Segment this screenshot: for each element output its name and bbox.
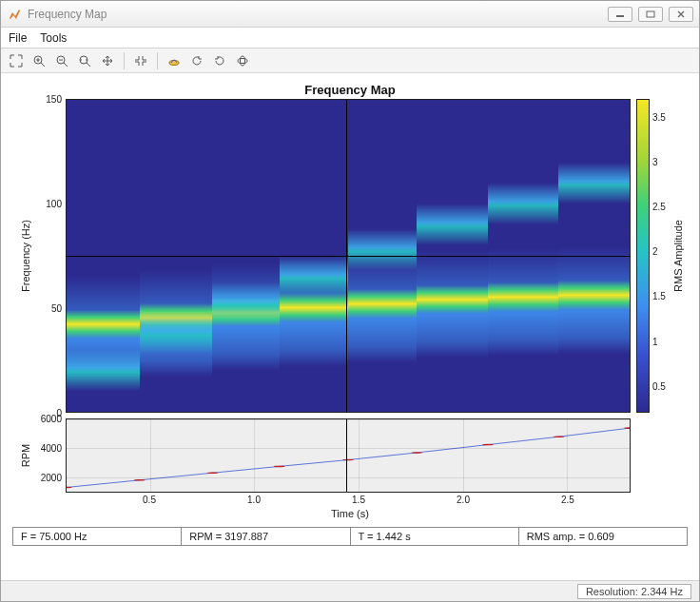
rotate3d-icon[interactable]	[233, 51, 252, 70]
svg-point-13	[411, 452, 422, 454]
colorbar-column: 0.511.522.533.5 RMS Amplitude	[636, 99, 688, 413]
y-axis-label: Frequency (Hz)	[20, 220, 31, 292]
rpm-spacer	[631, 418, 688, 493]
colorbar-tick: 3	[652, 157, 658, 167]
axes-title: Frequency Map	[12, 83, 688, 97]
svg-rect-1	[647, 11, 654, 17]
colorbar-tick: 0.5	[652, 380, 666, 391]
y-tick: 50	[51, 303, 62, 314]
rpm-y-tick: 6000	[41, 414, 62, 424]
readout-time: T = 1.442 s	[351, 528, 519, 545]
readout-frequency: F = 75.000 Hz	[13, 528, 182, 545]
colorbar-tick: 2.5	[652, 202, 666, 212]
toolbar-separator	[124, 52, 125, 69]
colorbar-tick: 1	[652, 336, 658, 346]
svg-rect-0	[616, 15, 624, 17]
svg-point-12	[342, 459, 354, 461]
maximize-button[interactable]	[638, 7, 663, 22]
y-tick: 100	[46, 199, 62, 209]
x-tick: 2.0	[457, 495, 470, 505]
collapse-icon[interactable]	[131, 51, 150, 70]
x-tick: 1.0	[247, 495, 261, 505]
colorbar-label: RMS Amplitude	[672, 220, 684, 292]
zoom-full-icon[interactable]	[7, 51, 26, 70]
main-plot-row: Frequency (Hz) 050100150 0.511.522.533.5…	[12, 99, 688, 413]
svg-point-9	[134, 479, 146, 481]
figure-area: Frequency Map Frequency (Hz) 050100150 0…	[1, 73, 699, 580]
svg-point-15	[554, 436, 565, 437]
rpm-y-tick: 2000	[41, 473, 62, 483]
svg-point-6	[238, 58, 247, 63]
rpm-plot[interactable]	[66, 418, 631, 493]
window-title: Frequency Map	[28, 8, 608, 21]
readout-rpm: RPM = 3197.887	[182, 528, 350, 545]
colorbar-ticks: 0.511.522.533.5	[650, 99, 671, 413]
minimize-button[interactable]	[608, 7, 632, 22]
x-tick: 1.5	[352, 495, 365, 505]
matlab-icon	[7, 7, 22, 22]
menubar: File Tools	[1, 28, 699, 49]
status-resolution: Resolution: 2.344 Hz	[577, 584, 691, 599]
rotate-ccw-icon[interactable]	[187, 51, 206, 70]
rpm-y-axis-label: RPM	[20, 444, 31, 467]
ylabel-box: Frequency (Hz)	[12, 99, 39, 413]
pan-icon[interactable]	[98, 51, 117, 70]
svg-point-7	[241, 56, 245, 66]
colorbar-label-box: RMS Amplitude	[671, 99, 686, 413]
readout-rms: RMS amp. = 0.609	[519, 528, 687, 545]
readout-bar: F = 75.000 Hz RPM = 3197.887 T = 1.442 s…	[12, 527, 688, 546]
menu-file[interactable]: File	[9, 31, 27, 45]
svg-point-10	[207, 472, 219, 474]
rpm-y-tick: 4000	[41, 443, 62, 454]
x-axis-label: Time (s)	[12, 508, 688, 519]
titlebar: Frequency Map	[1, 1, 699, 28]
x-axis-ticks: 0.51.01.52.02.5	[66, 495, 631, 508]
x-tick: 0.5	[143, 495, 156, 505]
colorbar-tick: 1.5	[652, 291, 666, 301]
svg-point-5	[169, 60, 179, 65]
zoom-in-icon[interactable]	[29, 51, 49, 70]
y-tick: 150	[46, 94, 62, 105]
rpm-crosshair-vertical[interactable]	[346, 419, 347, 492]
svg-point-14	[482, 444, 494, 446]
colorbar	[636, 99, 650, 413]
colorbar-tick: 2	[652, 246, 658, 257]
y-axis-ticks: 050100150	[39, 99, 66, 413]
spectrogram-plot[interactable]	[66, 99, 631, 413]
view3d-icon[interactable]	[165, 51, 184, 70]
statusbar: Resolution: 2.344 Hz	[1, 580, 699, 601]
toolbar	[1, 49, 699, 73]
x-tick: 2.5	[561, 495, 574, 505]
svg-point-11	[274, 466, 285, 468]
zoom-x-icon[interactable]	[75, 51, 94, 70]
rpm-ylabel-box: RPM	[12, 418, 39, 493]
crosshair-horizontal[interactable]	[67, 256, 630, 257]
menu-tools[interactable]: Tools	[40, 31, 67, 45]
rpm-y-axis-ticks: 200040006000	[39, 418, 66, 493]
colorbar-tick: 3.5	[652, 111, 666, 122]
app-window: Frequency Map File Tools Frequency Map F…	[0, 0, 700, 602]
rpm-plot-row: RPM 200040006000	[12, 418, 688, 493]
toolbar-separator	[157, 52, 158, 69]
window-controls	[608, 7, 693, 22]
close-button[interactable]	[669, 7, 693, 22]
zoom-out-icon[interactable]	[52, 51, 71, 70]
rotate-cw-icon[interactable]	[210, 51, 229, 70]
